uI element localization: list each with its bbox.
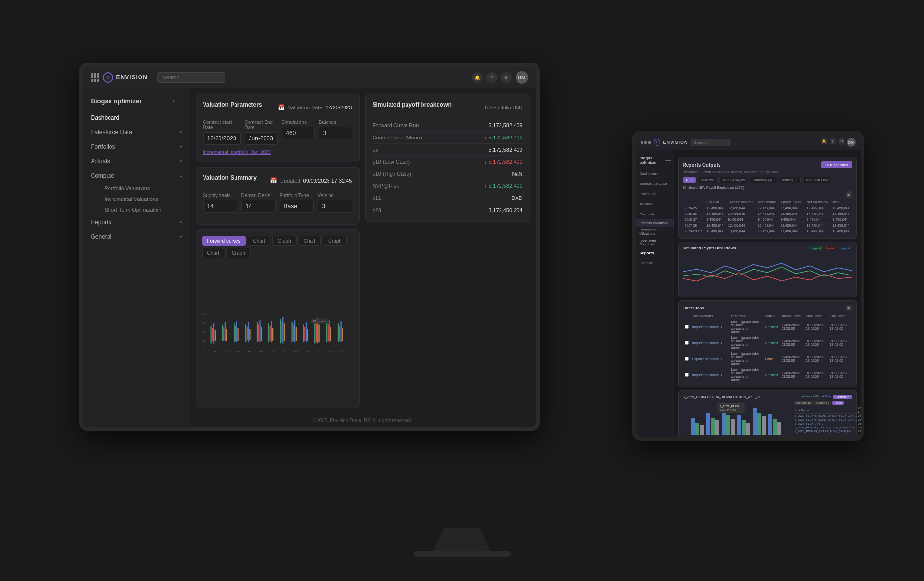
- cell-net-income: 9,456,044: [756, 217, 779, 223]
- jobs-cell-start: 01/09/2023 13:52:00: [804, 319, 828, 335]
- subtab-trade-analysis[interactable]: Trade Analysis: [719, 177, 748, 183]
- sec-sidebar-portfolio-val[interactable]: Portfolio Valuations: [636, 219, 674, 227]
- subtab-summary[interactable]: Summary QG: [750, 177, 777, 183]
- jobs-col-name: Transactions: [690, 313, 729, 319]
- secondary-page: Project General Compute Forward Distribu…: [674, 150, 861, 437]
- sec-sidebar-general[interactable]: General: [636, 258, 674, 268]
- side-tab-search[interactable]: Search FF: [814, 401, 831, 405]
- tab-chart-2[interactable]: Chart: [298, 236, 321, 246]
- side-tab-trade[interactable]: Trade: [832, 401, 844, 405]
- sidebar-item-portfolios[interactable]: Portfolios ▾: [83, 139, 190, 154]
- subtab-waterfall[interactable]: Waterfall: [698, 177, 718, 183]
- subtab-net-cash[interactable]: Net Cash Flow: [802, 177, 831, 183]
- svg-rect-84: [722, 411, 726, 435]
- side-results-table: Scenario ID Search FF Trade Sort Name 20…: [794, 401, 852, 437]
- svg-rect-56: [340, 321, 341, 343]
- sec-settings-icon[interactable]: ⚙: [838, 138, 845, 145]
- secondary-monitor: ⚙ ENVISION 🔔 ? ⚙ DM Biogas optimizer ⟵: [632, 131, 864, 441]
- side-tab-scenario[interactable]: Scenario ID: [794, 401, 813, 405]
- tab-forward-curves[interactable]: Forward curves: [202, 236, 246, 246]
- payoff-value-1: ↑ 5,172,582,409: [485, 135, 523, 140]
- legend-base: ■ Base: [822, 395, 831, 399]
- payoff-title: Simulated payoff breakdown: [373, 101, 452, 108]
- job-checkbox-3[interactable]: [685, 357, 689, 361]
- sec-sidebar-portfolios[interactable]: Portfolios: [636, 189, 674, 199]
- table-expand-icon[interactable]: ⊞: [846, 191, 852, 198]
- tab-graph-2[interactable]: Graph: [323, 236, 347, 246]
- tab-graph-3[interactable]: Graph: [226, 248, 251, 258]
- tab-chart-3[interactable]: Chart: [202, 248, 224, 258]
- subtab-netting[interactable]: Netting FF: [779, 177, 801, 183]
- sec-topbar-right: 🔔 ? ⚙ DM: [821, 138, 856, 147]
- sec-sidebar-dashboard[interactable]: Dashboard: [636, 168, 674, 179]
- cell-npv: 12,456,044: [830, 205, 852, 211]
- grid-icon[interactable]: [91, 73, 100, 82]
- sidebar-item-short-term-opt[interactable]: Short Term Optimization: [97, 204, 190, 215]
- sec-sidebar-compute[interactable]: Compute: [636, 209, 674, 219]
- cell-taxable: 14,456,046: [726, 211, 756, 217]
- tab-chart-1[interactable]: Chart: [248, 236, 270, 246]
- table-row: 2027-28 12,456,044 12,456,044 12,456,044…: [683, 223, 852, 229]
- sec-sidebar-salesforce[interactable]: Salesforce Data: [636, 179, 674, 189]
- side-cell-name-4: S_2024_BIOGAS_EXTRA_FLEX_3ANI_FLEX...: [794, 426, 858, 429]
- jobs-col-checkbox: [683, 313, 690, 319]
- svg-rect-80: [700, 425, 704, 435]
- jobs-cell-progress-2: Lorem ipsum dolor sit amet consectetur a…: [729, 335, 763, 351]
- legend-flex: ■ Flex: [813, 395, 821, 399]
- jobs-cell-name-4: Import Salesforce Data from API (po...: [690, 367, 729, 383]
- sidebar-item-compute[interactable]: Compute ▴: [83, 168, 190, 183]
- tab-graph-1[interactable]: Graph: [272, 236, 297, 246]
- sidebar-item-incremental-valuations[interactable]: Incremental Valuations: [97, 194, 190, 204]
- subtab-npv[interactable]: NPV: [683, 177, 696, 183]
- sec-sidebar-collapse-icon[interactable]: ⟵: [665, 158, 671, 163]
- payoff-row-2: p5 5,172,582,409: [373, 144, 523, 156]
- sidebar-item-salesforce[interactable]: Salesforce Data ▾: [83, 125, 190, 139]
- simulations-param: Simulations 460: [282, 120, 315, 145]
- run-scenario-button[interactable]: Run scenario: [821, 161, 852, 168]
- jobs-expand-icon[interactable]: ⊞: [846, 305, 852, 311]
- svg-rect-19: [235, 326, 235, 341]
- search-input[interactable]: [157, 72, 225, 83]
- sec-payoff-title: Simulated Payoff Breakdown: [683, 246, 736, 250]
- svg-text:JUN: JUN: [271, 351, 274, 352]
- supply-deals-label: Supply deals: [203, 193, 237, 198]
- sec-sidebar-short-term[interactable]: Short Term Optimization: [636, 237, 674, 248]
- svg-rect-51: [327, 324, 328, 341]
- job-checkbox[interactable]: [685, 325, 689, 329]
- bell-icon[interactable]: 🔔: [472, 72, 483, 83]
- sidebar-collapse-icon[interactable]: ⟵: [172, 97, 182, 105]
- side-col-sort: Sort Name: [794, 406, 858, 414]
- sidebar-item-general[interactable]: General ▾: [83, 229, 190, 244]
- portfolio-link[interactable]: Incremental_portfolio_Jan-2023: [203, 150, 352, 155]
- sec-sidebar-actuals[interactable]: Actuals: [636, 199, 674, 209]
- table-row: 2028-29 FY 13,456,044 13,456,044 13,456,…: [683, 229, 852, 234]
- valuation-summary-card: Valuation Summary 📅 Updated 09/09/2023 1…: [196, 167, 360, 225]
- jobs-col-status: Status: [763, 313, 780, 319]
- secondary-search-input[interactable]: [691, 139, 730, 146]
- sidebar-item-reports[interactable]: Reports ▾: [83, 215, 190, 229]
- svg-text:MAR: MAR: [236, 351, 240, 352]
- sidebar-item-dashboard[interactable]: Dashboard: [83, 110, 190, 125]
- sec-sidebar-reports[interactable]: Reports: [636, 248, 674, 258]
- sidebar-item-general-label: General: [91, 233, 180, 240]
- sidebar-item-portfolio-valuations[interactable]: Portfolio Valuations: [97, 183, 190, 194]
- job-checkbox-2[interactable]: [685, 341, 689, 345]
- sidebar-item-actuals[interactable]: Actuals ▾: [83, 154, 190, 168]
- sec-avatar[interactable]: DM: [847, 138, 856, 147]
- sec-bell-icon[interactable]: 🔔: [821, 138, 828, 145]
- payoff-row-1: Central Case (Mean) ↑ 5,172,582,409: [373, 132, 523, 144]
- chevron-down-icon: ▾: [180, 159, 182, 164]
- help-icon[interactable]: ?: [486, 72, 497, 83]
- sec-sidebar-incremental[interactable]: Incremental Valuations: [636, 227, 674, 237]
- job-checkbox-4[interactable]: [685, 373, 689, 377]
- settings-icon[interactable]: ⚙: [501, 72, 512, 83]
- sec-help-icon[interactable]: ?: [830, 138, 836, 145]
- jobs-cell-queue: 01/09/2023 13:52:00: [780, 319, 804, 335]
- generate-button[interactable]: Generate: [833, 395, 852, 399]
- secondary-content: Biogas optimizer ⟵ Dashboard Salesforce …: [636, 150, 861, 437]
- cell-period: 2025-26: [683, 211, 705, 217]
- col-period: [683, 199, 705, 205]
- avatar[interactable]: DM: [516, 71, 528, 84]
- sec-sidebar-header: Biogas optimizer ⟵: [636, 154, 674, 167]
- svg-rect-93: [768, 414, 772, 435]
